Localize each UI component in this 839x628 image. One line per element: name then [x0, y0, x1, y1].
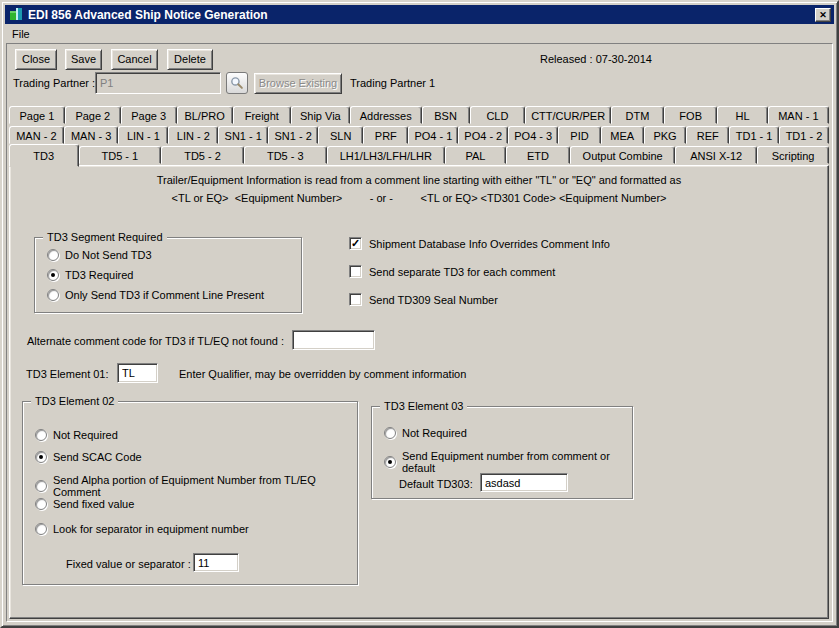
tab-ctt-cur-per[interactable]: CTT/CUR/PER	[525, 106, 611, 124]
groupbox-td3-element-02: TD3 Element 02 Not Required Send SCAC Co…	[22, 401, 358, 585]
tab-sln[interactable]: SLN	[318, 126, 363, 144]
tab-td3[interactable]: TD3	[9, 144, 79, 167]
tab-addresses[interactable]: Addresses	[350, 106, 422, 124]
radio-el02-send-fixed-value[interactable]: Send fixed value	[35, 498, 134, 510]
radio-icon	[47, 249, 59, 261]
tab-bl-pro[interactable]: BL/PRO	[177, 106, 233, 124]
search-button[interactable]	[226, 72, 248, 94]
tab-po4-3[interactable]: PO4 - 3	[508, 126, 558, 144]
radio-icon	[35, 498, 47, 510]
checkbox-label: Send separate TD3 for each comment	[369, 266, 555, 278]
radio-icon	[384, 456, 396, 468]
checkbox-send-td309-seal[interactable]: Send TD309 Seal Number	[349, 293, 498, 306]
radio-td3-required[interactable]: TD3 Required	[47, 269, 133, 281]
trading-partner-name: Trading Partner 1	[350, 77, 435, 89]
fixed-value-input[interactable]	[193, 553, 239, 572]
tab-panel-td3: Trailer/Equipment Information is read fr…	[9, 165, 829, 619]
tab-ansi-x12[interactable]: ANSI X-12	[675, 146, 757, 164]
radio-el02-send-alpha-portion[interactable]: Send Alpha portion of Equipment Number f…	[35, 474, 357, 498]
radio-el02-send-scac[interactable]: Send SCAC Code	[35, 451, 142, 463]
tab-hl[interactable]: HL	[717, 106, 767, 124]
tab-lin-1[interactable]: LIN - 1	[118, 126, 168, 144]
tab-ship-via[interactable]: Ship Via	[291, 106, 350, 124]
window-close-button[interactable]: ✕	[815, 8, 831, 22]
tab-man-1[interactable]: MAN - 1	[768, 106, 829, 124]
tab-prf[interactable]: PRF	[363, 126, 408, 144]
radio-label: Send Equipment number from comment or de…	[402, 450, 632, 474]
tab-page-3[interactable]: Page 3	[121, 106, 177, 124]
default-td303-input[interactable]	[480, 473, 568, 492]
save-button[interactable]: Save	[65, 49, 102, 70]
tab-sn1-2[interactable]: SN1 - 2	[268, 126, 318, 144]
td3-element01-label: TD3 Element 01:	[26, 368, 109, 380]
radio-el02-not-required[interactable]: Not Required	[35, 429, 118, 441]
tab-page-2[interactable]: Page 2	[65, 106, 121, 124]
check-icon: ✓	[351, 238, 360, 249]
close-icon: ✕	[819, 10, 827, 20]
td3-element01-input[interactable]	[117, 363, 158, 383]
radio-icon	[384, 427, 396, 439]
trading-partner-input	[95, 72, 221, 94]
default-td303-label: Default TD303:	[399, 478, 473, 490]
tab-lin-2[interactable]: LIN - 2	[168, 126, 218, 144]
menubar: File	[5, 24, 834, 43]
radio-label: TD3 Required	[65, 269, 133, 281]
radio-el02-look-for-separator[interactable]: Look for separator in equipment number	[35, 523, 249, 535]
radio-label: Send SCAC Code	[53, 451, 142, 463]
tab-man-3[interactable]: MAN - 3	[64, 126, 119, 144]
groupbox-td3-element-03: TD3 Element 03 Not Required Send Equipme…	[371, 406, 633, 499]
tab-td5-1[interactable]: TD5 - 1	[79, 146, 162, 164]
tab-pal[interactable]: PAL	[445, 146, 506, 164]
tab-cld[interactable]: CLD	[470, 106, 526, 124]
radio-label: Do Not Send TD3	[65, 249, 152, 261]
groupbox-td3-element-03-title: TD3 Element 03	[380, 400, 467, 412]
tab-row-2: MAN - 2 MAN - 3 LIN - 1 LIN - 2 SN1 - 1 …	[9, 124, 829, 144]
tab-po4-2[interactable]: PO4 - 2	[458, 126, 508, 144]
alternate-code-input[interactable]	[292, 330, 375, 350]
titlebar: EDI 856 Advanced Ship Notice Generation …	[5, 5, 834, 24]
search-icon	[230, 76, 244, 90]
tab-td5-2[interactable]: TD5 - 2	[161, 146, 244, 164]
tab-row-1: Page 1 Page 2 Page 3 BL/PRO Freight Ship…	[9, 104, 829, 124]
radio-el03-not-required[interactable]: Not Required	[384, 427, 467, 439]
tab-bsn[interactable]: BSN	[422, 106, 470, 124]
trading-partner-label: Trading Partner :	[13, 77, 95, 89]
tab-dtm[interactable]: DTM	[611, 106, 664, 124]
tab-td5-3[interactable]: TD5 - 3	[244, 146, 327, 164]
window: EDI 856 Advanced Ship Notice Generation …	[0, 0, 839, 628]
description-line-2: <TL or EQ> <Equipment Number> - or - <TL…	[10, 192, 828, 204]
checkbox-icon	[349, 265, 362, 278]
radio-icon	[47, 289, 59, 301]
tab-mea[interactable]: MEA	[601, 126, 644, 144]
delete-button[interactable]: Delete	[167, 49, 213, 70]
cancel-button[interactable]: Cancel	[111, 49, 158, 70]
tab-ref[interactable]: REF	[686, 126, 729, 144]
close-button[interactable]: Close	[15, 49, 57, 70]
released-label: Released : 07-30-2014	[540, 53, 652, 65]
radio-el03-send-equipment-number[interactable]: Send Equipment number from comment or de…	[384, 450, 632, 474]
tab-po4-1[interactable]: PO4 - 1	[408, 126, 458, 144]
tab-output-combine[interactable]: Output Combine	[570, 146, 675, 164]
checkbox-label: Shipment Database Info Overrides Comment…	[369, 238, 610, 250]
tab-man-2[interactable]: MAN - 2	[9, 126, 64, 144]
tab-td1-2[interactable]: TD1 - 2	[779, 126, 829, 144]
tab-pkg[interactable]: PKG	[644, 126, 687, 144]
radio-only-send-td3-if-comment[interactable]: Only Send TD3 if Comment Line Present	[47, 289, 264, 301]
tab-etd[interactable]: ETD	[506, 146, 570, 164]
tab-scripting[interactable]: Scripting	[757, 146, 829, 164]
tab-page-1[interactable]: Page 1	[9, 106, 65, 124]
app-icon	[8, 7, 24, 23]
groupbox-td3-segment-required: TD3 Segment Required Do Not Send TD3 TD3…	[34, 237, 302, 313]
menu-item-file[interactable]: File	[5, 26, 37, 42]
tab-sn1-1[interactable]: SN1 - 1	[218, 126, 268, 144]
checkbox-separate-td3-per-comment[interactable]: Send separate TD3 for each comment	[349, 265, 555, 278]
checkbox-shipment-db-overrides[interactable]: ✓ Shipment Database Info Overrides Comme…	[349, 237, 610, 250]
radio-do-not-send-td3[interactable]: Do Not Send TD3	[47, 249, 152, 261]
tab-freight[interactable]: Freight	[233, 106, 292, 124]
radio-label: Only Send TD3 if Comment Line Present	[65, 289, 264, 301]
fixed-value-label: Fixed value or separator :	[66, 558, 190, 570]
tab-fob[interactable]: FOB	[664, 106, 717, 124]
tab-pid[interactable]: PID	[558, 126, 601, 144]
tab-td1-1[interactable]: TD1 - 1	[729, 126, 779, 144]
tab-lh1-lh3-lfh-lhr[interactable]: LH1/LH3/LFH/LHR	[327, 146, 445, 164]
